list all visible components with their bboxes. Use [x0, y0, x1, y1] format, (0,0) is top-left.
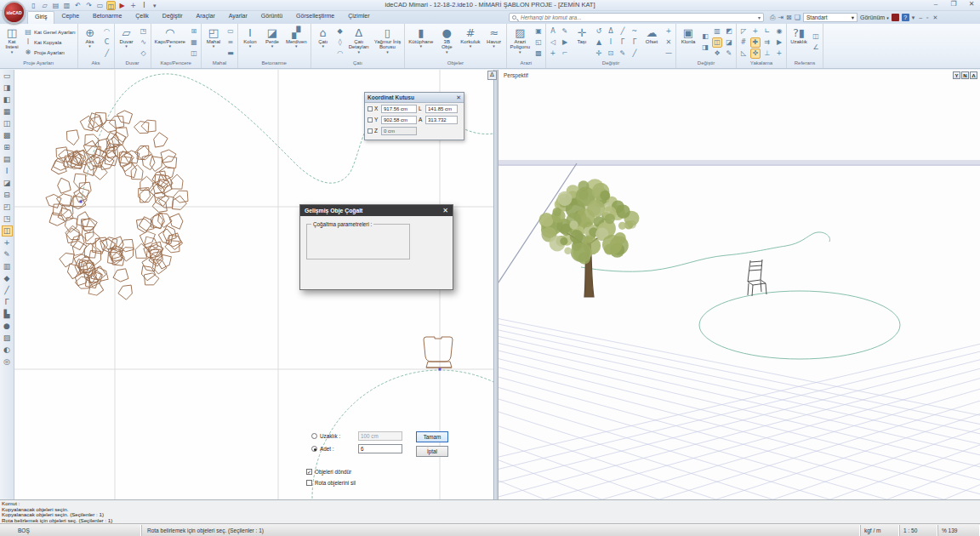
- tab-görüntü[interactable]: Görüntü: [254, 11, 289, 24]
- dialog-titlebar[interactable]: Gelişmiş Obje Çoğalt ✕: [300, 205, 453, 216]
- ribbon-more-icon[interactable]: ▾: [912, 14, 915, 21]
- section-icon[interactable]: Ι: [140, 1, 149, 10]
- y-value-input[interactable]: [381, 116, 417, 124]
- view3d-button-n[interactable]: N: [961, 71, 969, 79]
- perspective-view-3d[interactable]: Perspektif YNΛ: [499, 70, 980, 499]
- adet-radio[interactable]: [311, 446, 317, 452]
- small-tool-button[interactable]: ✜: [750, 48, 761, 59]
- small-tool-button[interactable]: A: [548, 26, 558, 37]
- uzaklık-button[interactable]: ?▮Uzaklık: [789, 26, 809, 60]
- window-icon[interactable]: ❏: [795, 14, 801, 21]
- redo-icon[interactable]: ↷: [84, 1, 94, 10]
- crosshair-icon[interactable]: +: [128, 1, 138, 10]
- yağmur-i-niş-borusu-button[interactable]: ▯Yağmur İniş Borusu▾: [373, 26, 403, 60]
- small-tool-button[interactable]: ◩: [724, 26, 734, 37]
- small-tool-button[interactable]: ✎: [618, 48, 628, 59]
- search-input[interactable]: [519, 14, 758, 21]
- side-tool-11[interactable]: ◰: [2, 202, 13, 213]
- klonla-button[interactable]: ▣Klonla: [678, 26, 698, 60]
- layout-icon[interactable]: ⊠: [786, 14, 792, 21]
- taşı-button[interactable]: ✛Taşı: [572, 26, 592, 60]
- small-tool-button[interactable]: ◠: [102, 26, 112, 37]
- view3d-button-λ[interactable]: Λ: [970, 71, 977, 79]
- tab-ayarlar[interactable]: Ayarlar: [222, 11, 254, 24]
- small-tool-button[interactable]: +: [548, 48, 558, 59]
- dropdown-arrow-icon[interactable]: ▾: [249, 44, 252, 48]
- status-zoom[interactable]: % 139: [938, 525, 980, 536]
- small-tool-button[interactable]: Δ: [606, 26, 616, 37]
- tab-çizimler[interactable]: Çizimler: [341, 11, 376, 24]
- side-tool-18[interactable]: ╱: [2, 285, 13, 296]
- merdiven-button[interactable]: ▞Merdiven▾: [284, 26, 309, 60]
- dropdown-arrow-icon[interactable]: ▾: [493, 44, 495, 48]
- adet-input[interactable]: [358, 444, 402, 453]
- small-tool-button[interactable]: +: [664, 26, 674, 37]
- ofset-button[interactable]: ☁Ofset: [641, 26, 662, 60]
- x-value-input[interactable]: [381, 105, 417, 113]
- side-tool-16[interactable]: ▥: [2, 261, 13, 272]
- dropdown-arrow-icon[interactable]: ▾: [213, 44, 215, 48]
- restore-button[interactable]: ❐: [949, 0, 959, 8]
- aks-button[interactable]: ⊕Aks▾: [80, 26, 100, 60]
- korkuluk-button[interactable]: #Korkuluk▾: [459, 26, 481, 60]
- ribbon-minimize-icon[interactable]: –: [919, 14, 922, 20]
- tab-betonarme[interactable]: Betonarme: [86, 11, 128, 24]
- side-tool-10[interactable]: ⊟: [2, 190, 13, 201]
- route-circle-3d[interactable]: [699, 291, 900, 359]
- small-tool-button[interactable]: ⊥: [762, 48, 772, 59]
- rotate-objects-checkbox[interactable]: ✓: [306, 469, 312, 475]
- side-tool-8[interactable]: Ι: [2, 166, 13, 177]
- small-tool-button[interactable]: ~: [630, 26, 640, 37]
- advanced-multiply-dialog[interactable]: Gelişmiş Obje Çoğalt ✕ Çoğaltma parametr…: [299, 204, 453, 290]
- save-icon[interactable]: ▤: [51, 1, 60, 10]
- dropdown-arrow-icon[interactable]: ▾: [271, 44, 274, 48]
- small-tool-button[interactable]: ◺: [738, 48, 749, 59]
- side-tool-19[interactable]: Γ: [2, 297, 13, 308]
- kat-kopyala-button[interactable]: ΙKat Kopyala: [24, 37, 76, 47]
- small-tool-button[interactable]: Ι: [606, 37, 616, 48]
- tab-değiştir[interactable]: Değiştir: [156, 11, 190, 24]
- small-tool-button[interactable]: ✕: [664, 37, 674, 48]
- side-tool-14[interactable]: +: [2, 237, 13, 248]
- çatı-detayları-button[interactable]: ΔÇatı Detayları▾: [347, 26, 371, 60]
- open-file-icon[interactable]: ▱: [40, 1, 49, 10]
- small-tool-button[interactable]: #: [738, 37, 749, 48]
- small-tool-button[interactable]: ✎: [724, 48, 734, 59]
- dropdown-arrow-icon[interactable]: ▾: [357, 50, 360, 54]
- side-tool-17[interactable]: ◆: [2, 273, 13, 284]
- uzaklik-radio[interactable]: [311, 433, 317, 439]
- duvar-button[interactable]: ▱Duvar▾: [117, 26, 137, 60]
- dropdown-arrow-icon[interactable]: ▾: [446, 50, 448, 54]
- small-tool-button[interactable]: ▶: [560, 37, 570, 48]
- help-icon[interactable]: ?: [902, 14, 909, 21]
- status-unit[interactable]: kgf / m: [861, 525, 900, 536]
- side-tool-22[interactable]: ▨: [2, 333, 13, 344]
- small-tool-button[interactable]: ◊: [335, 37, 345, 48]
- dropdown-arrow-icon[interactable]: ▾: [169, 44, 172, 48]
- ribbon-restore-icon[interactable]: ▫: [926, 14, 928, 20]
- kat-listesi-button[interactable]: ◫Kat listesi▾: [2, 26, 22, 60]
- dropdown-arrow-icon[interactable]: ▾: [295, 44, 298, 48]
- uzaklik-input[interactable]: [358, 431, 402, 441]
- command-search[interactable]: ▾: [509, 13, 764, 22]
- small-tool-button[interactable]: ◠: [335, 48, 345, 59]
- side-tool-5[interactable]: ▩: [2, 130, 13, 141]
- small-tool-button[interactable]: +: [774, 48, 784, 59]
- pointer-icon[interactable]: ▶: [117, 1, 127, 10]
- small-tool-button[interactable]: ◳: [139, 26, 149, 37]
- tab-çelik[interactable]: Çelik: [128, 11, 156, 24]
- small-tool-button[interactable]: —: [664, 48, 674, 59]
- small-tool-button[interactable]: ▭: [225, 26, 236, 37]
- side-tool-3[interactable]: ▦: [2, 106, 13, 117]
- delete-route-checkbox[interactable]: [306, 480, 312, 486]
- small-tool-button[interactable]: ✎: [560, 26, 570, 37]
- save-all-icon[interactable]: ▥: [62, 1, 71, 10]
- 3b-obje-button[interactable]: ●3B Obje▾: [436, 26, 457, 60]
- kütüphane-button[interactable]: ▮Kütüphane▾: [407, 26, 435, 60]
- small-tool-button[interactable]: ◱: [533, 37, 544, 48]
- kolon-button[interactable]: ΙKolon▾: [240, 26, 260, 60]
- print-icon[interactable]: ⎙: [770, 14, 775, 22]
- kat-genel-ayarları-button[interactable]: ▤Kat Genel Ayarları: [24, 27, 76, 37]
- dialog-close-icon[interactable]: ✕: [442, 207, 448, 214]
- small-tool-button[interactable]: ◆: [335, 26, 345, 37]
